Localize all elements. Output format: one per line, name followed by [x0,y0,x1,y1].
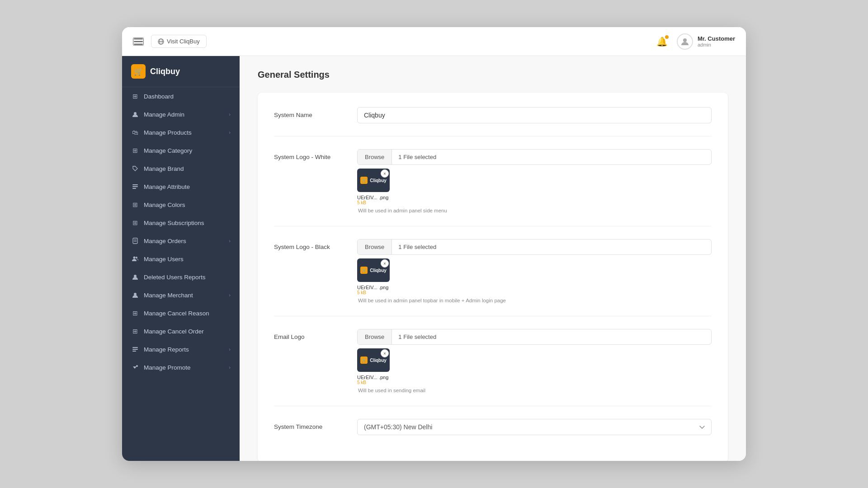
chevron-right-icon: › [229,365,231,370]
merchant-icon [131,291,139,299]
notification-button[interactable]: 🔔 [656,36,668,47]
file-size-black: 5 kB [357,290,390,295]
sidebar-item-manage-cancel-reason[interactable]: ⊞ Manage Cancel Reason [122,304,240,322]
sidebar-item-manage-promote[interactable]: Manage Promote › [122,358,240,376]
cancel-reason-icon: ⊞ [131,309,139,317]
colors-icon: ⊞ [131,201,139,209]
system-name-row: System Name [274,107,712,123]
close-black-preview-button[interactable]: × [381,259,389,267]
email-logo-row: Email Logo Browse 1 File selected 🛒 [274,329,712,393]
svg-rect-15 [132,347,138,348]
avatar [677,33,693,50]
admin-icon [131,110,139,118]
sidebar-item-manage-users[interactable]: Manage Users [122,250,240,268]
white-logo-hint: Will be used in admin panel side menu [357,208,712,213]
svg-point-12 [136,257,137,258]
orders-icon [131,237,139,245]
sidebar-item-manage-orders[interactable]: Manage Orders › [122,232,240,250]
divider [274,226,712,226]
svg-rect-17 [132,351,136,352]
divider [274,316,712,316]
sidebar-item-label: Manage Cancel Order [144,328,204,335]
email-logo-label: Email Logo [274,329,346,340]
hamburger-button[interactable] [133,38,144,46]
sidebar-item-label: Manage Orders [144,238,186,244]
file-size-email: 5 kB [357,380,390,385]
svg-rect-7 [132,188,136,189]
sidebar-item-manage-category[interactable]: ⊞ Manage Category [122,141,240,160]
divider [274,136,712,136]
content-area: General Settings System Name System Logo… [240,56,746,461]
sidebar-logo: 🛒 Cliqbuy [122,56,240,87]
globe-icon [158,38,164,45]
file-name-white: UErEIV... .png [357,195,390,200]
sidebar-item-manage-reports[interactable]: Manage Reports › [122,340,240,358]
preview-logo-icon: 🛒 [360,357,368,364]
sidebar-item-deleted-users[interactable]: Deleted Users Reports [122,268,240,286]
logo-text: Cliqbuy [150,67,180,76]
sidebar-item-label: Manage Reports [144,346,189,353]
sidebar-item-label: Manage Brand [144,165,184,172]
sidebar-item-label: Manage Category [144,147,192,154]
close-white-preview-button[interactable]: × [381,169,389,178]
visit-cliqbuy-button[interactable]: Visit CliqBuy [151,35,207,48]
header-right: 🔔 Mr. Customer admin [656,33,735,50]
system-name-input[interactable] [357,107,712,123]
chevron-right-icon: › [229,238,231,244]
sidebar-item-manage-attribute[interactable]: Manage Attribute [122,178,240,196]
sidebar-item-label: Manage Subscriptions [144,220,204,226]
file-name-email: UErEIV... .png [357,375,390,380]
file-name-black: UErEIV... .png [357,285,390,290]
user-name: Mr. Customer [698,35,735,42]
timezone-select[interactable]: (GMT+05:30) New Delhi [357,419,712,435]
header: Visit CliqBuy 🔔 Mr. Customer admin [122,27,746,56]
sidebar-item-manage-cancel-order[interactable]: ⊞ Manage Cancel Order [122,322,240,340]
sidebar-item-manage-merchant[interactable]: Manage Merchant › [122,286,240,304]
sidebar-item-dashboard[interactable]: ⊞ Dashboard [122,87,240,105]
sidebar-item-label: Manage Attribute [144,183,190,190]
dashboard-icon: ⊞ [131,92,139,100]
sidebar-item-manage-admin[interactable]: Manage Admin › [122,105,240,123]
category-icon: ⊞ [131,146,139,155]
system-logo-black-row: System Logo - Black Browse 1 File select… [274,239,712,303]
sidebar-item-manage-brand[interactable]: Manage Brand [122,160,240,178]
settings-card: System Name System Logo - White Browse 1… [258,93,728,461]
email-logo-hint: Will be used in sending email [357,388,712,393]
header-left: Visit CliqBuy [133,35,207,48]
system-name-label: System Name [274,107,346,118]
sidebar-item-label: Manage Products [144,129,192,136]
black-logo-hint: Will be used in admin panel topbar in mo… [357,298,712,303]
sidebar-item-label: Manage Admin [144,111,184,118]
sidebar-item-manage-colors[interactable]: ⊞ Manage Colors [122,196,240,214]
sidebar-item-manage-products[interactable]: 🛍 Manage Products › [122,123,240,141]
browse-white-button[interactable]: Browse [358,150,392,164]
system-logo-black-label: System Logo - Black [274,239,346,250]
chevron-right-icon: › [229,130,231,135]
browse-black-button[interactable]: Browse [358,239,392,254]
brand-icon [131,164,139,173]
system-timezone-row: System Timezone (GMT+05:30) New Delhi [274,419,712,435]
svg-rect-16 [132,349,138,350]
attribute-icon [131,183,139,191]
users-icon [131,255,139,263]
logo-icon: 🛒 [131,64,146,79]
file-upload-white: Browse 1 File selected [357,149,712,165]
preview-logo-icon: 🛒 [360,267,368,274]
svg-rect-8 [133,238,137,244]
sidebar-item-label: Manage Merchant [144,292,193,299]
sidebar-item-manage-subscriptions[interactable]: ⊞ Manage Subscriptions [122,214,240,232]
sidebar-item-label: Manage Cancel Reason [144,310,209,317]
sidebar-item-label: Deleted Users Reports [144,274,206,281]
svg-rect-5 [132,184,138,185]
file-selected-black: 1 File selected [392,239,443,254]
sidebar-item-label: Manage Colors [144,202,185,208]
cancel-order-icon: ⊞ [131,327,139,335]
system-logo-white-label: System Logo - White [274,149,346,160]
user-info[interactable]: Mr. Customer admin [677,33,735,50]
browse-email-button[interactable]: Browse [358,329,392,344]
file-size-white: 5 kB [357,200,390,205]
svg-point-3 [683,38,687,42]
close-email-preview-button[interactable]: × [381,349,389,357]
sidebar: 🛒 Cliqbuy ⊞ Dashboard [122,56,240,461]
file-selected-white: 1 File selected [392,150,443,164]
